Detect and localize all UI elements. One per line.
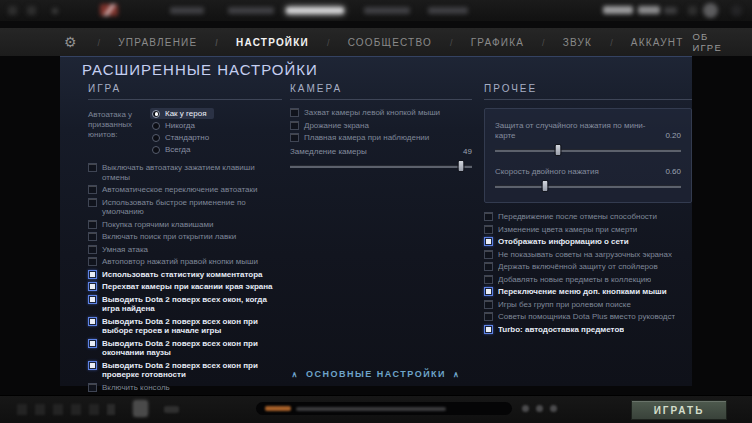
settings-tab[interactable]: НАСТРОЙКИ	[206, 37, 318, 48]
slider-thumb[interactable]	[555, 144, 562, 156]
checkbox-row[interactable]: Автоматическое переключение автоатаки	[88, 185, 282, 195]
settings-tab[interactable]: СООБЩЕСТВО	[318, 37, 441, 48]
checkbox-label: Умная атака	[102, 245, 148, 255]
checkbox-row[interactable]: Выводить Dota 2 поверх всех окон при око…	[88, 339, 282, 358]
radio-option[interactable]: Стандартно	[150, 132, 217, 143]
checkbox[interactable]	[88, 339, 97, 348]
basic-settings-toggle[interactable]: ОСНОВНЫЕ НАСТРОЙКИ	[60, 369, 692, 379]
checkbox[interactable]	[290, 121, 299, 130]
checkbox-row[interactable]: Игры без групп при ролевом поиске	[484, 300, 692, 310]
checkbox[interactable]	[484, 237, 493, 246]
checkbox-row[interactable]: Держать включённой защиту от спойлеров	[484, 262, 692, 272]
slider-track[interactable]	[495, 144, 681, 156]
radio-option[interactable]: Как у героя	[150, 108, 214, 119]
window-icon	[27, 6, 36, 15]
checkbox-row[interactable]: Переключение меню доп. кнопками мыши	[484, 287, 692, 297]
currency-badge-blurred	[638, 6, 660, 14]
section-header-game: ИГРА	[88, 83, 282, 100]
radio-option[interactable]: Всегда	[150, 144, 198, 155]
slider-setting: Скорость двойного нажатия 0.60	[495, 167, 681, 192]
checkbox-row[interactable]: Выключать автоатаку зажатием клавиши отм…	[88, 163, 282, 182]
avatar	[703, 3, 718, 18]
settings-tab[interactable]: АККАУНТ	[601, 37, 692, 48]
checkbox[interactable]	[88, 198, 97, 207]
checkbox-label: Автоматическое переключение автоатаки	[102, 185, 257, 195]
checkbox[interactable]	[484, 262, 493, 271]
checkbox[interactable]	[88, 257, 97, 266]
checkbox-row[interactable]: Не показывать советы на загрузочных экра…	[484, 250, 692, 260]
checkbox[interactable]	[88, 245, 97, 254]
misc-sliders-box: Защита от случайного нажатия по мини-кар…	[484, 108, 692, 203]
slider-track[interactable]	[290, 160, 472, 172]
checkbox[interactable]	[88, 185, 97, 194]
radio-option[interactable]: Никогда	[150, 120, 203, 131]
nav-item-active-blurred	[286, 7, 344, 14]
checkbox-row[interactable]: Выводить Dota 2 поверх всех окон при выб…	[88, 317, 282, 336]
settings-tab[interactable]: ЗВУК	[533, 37, 601, 48]
checkbox-row[interactable]: Перехват камеры при касании края экрана	[88, 282, 282, 292]
checkbox-row[interactable]: Передвижение после отмены способности	[484, 212, 692, 222]
slider-track[interactable]	[495, 180, 681, 192]
checkbox-row[interactable]: Захват камеры левой кнопкой мыши	[290, 108, 472, 118]
checkbox[interactable]	[290, 108, 299, 117]
slider-thumb[interactable]	[542, 180, 549, 192]
checkbox-label: Turbo: автодоставка предметов	[498, 325, 624, 335]
settings-tabs: УПРАВЛЕНИЕ НАСТРОЙКИ СООБЩЕСТВО ГРАФИКА …	[89, 37, 693, 48]
checkbox[interactable]	[88, 163, 97, 172]
checkbox-row[interactable]: Умная атака	[88, 245, 282, 255]
checkbox-row[interactable]: Использовать статистику комментатора	[88, 270, 282, 280]
checkbox[interactable]	[484, 275, 493, 284]
checkbox-label: Выводить Dota 2 поверх всех окон при око…	[102, 339, 282, 358]
icon-blurred	[688, 6, 697, 15]
checkbox[interactable]	[484, 250, 493, 259]
checkbox[interactable]	[88, 232, 97, 241]
checkbox-label: Включать поиск при открытии лавки	[102, 232, 236, 242]
settings-tab[interactable]: ГРАФИКА	[441, 37, 533, 48]
checkbox-label: Выключать автоатаку зажатием клавиши отм…	[102, 163, 282, 182]
checkbox[interactable]	[484, 300, 493, 309]
checkbox-label: Автоповтор нажатий правой кнопки мыши	[102, 257, 258, 267]
checkbox-row[interactable]: Автоповтор нажатий правой кнопки мыши	[88, 257, 282, 267]
checkbox[interactable]	[484, 312, 493, 321]
checkbox-row[interactable]: Использовать быстрое применение по умолч…	[88, 198, 282, 217]
section-camera: КАМЕРА Захват камеры левой кнопкой мыши …	[290, 83, 472, 172]
checkbox-label: Перехват камеры при касании края экрана	[102, 282, 273, 292]
chat-icons	[522, 405, 557, 412]
about-game-link[interactable]: ОБ ИГРЕ	[692, 31, 722, 53]
checkbox[interactable]	[484, 225, 493, 234]
checkbox-label: Плавная камера при наблюдении	[304, 133, 429, 143]
checkbox-row[interactable]: Выводить Dota 2 поверх всех окон, когда …	[88, 295, 282, 314]
checkbox[interactable]	[88, 220, 97, 229]
checkbox-row[interactable]: Включать поиск при открытии лавки	[88, 232, 282, 242]
checkbox-row[interactable]: Покупка горячими клавишами	[88, 220, 282, 230]
checkbox-row[interactable]: Изменение цвета камеры при смерти	[484, 225, 692, 235]
checkbox[interactable]	[484, 325, 493, 334]
camera-checkbox-list: Захват камеры левой кнопкой мыши Дрожани…	[290, 108, 472, 143]
play-button[interactable]: ИГРАТЬ	[631, 400, 727, 420]
autoattack-radio-group: Как у героя Никогда Стандартно	[150, 108, 282, 155]
back-arrow-icon	[52, 8, 58, 14]
slider-label: Замедление камеры	[290, 147, 367, 157]
checkbox[interactable]	[88, 383, 97, 392]
checkbox[interactable]	[484, 287, 493, 296]
taskbar-icon-blurred	[35, 404, 45, 415]
checkbox-row[interactable]: Включить консоль	[88, 383, 282, 393]
checkbox-row[interactable]: Отображать информацию о сети	[484, 237, 692, 247]
settings-tab[interactable]: УПРАВЛЕНИЕ	[89, 37, 207, 48]
checkbox[interactable]	[484, 212, 493, 221]
checkbox[interactable]	[88, 282, 97, 291]
chat-sender-blurred	[265, 406, 291, 411]
chat-strip[interactable]	[256, 402, 512, 415]
checkbox[interactable]	[88, 317, 97, 326]
checkbox[interactable]	[88, 270, 97, 279]
checkbox-row[interactable]: Turbo: автодоставка предметов	[484, 325, 692, 335]
checkbox[interactable]	[290, 133, 299, 142]
checkbox-row[interactable]: Советы помощника Dota Plus вместо руково…	[484, 312, 692, 322]
checkbox-row[interactable]: Добавлять новые предметы в коллекцию	[484, 275, 692, 285]
checkbox-row[interactable]: Дрожание экрана	[290, 121, 472, 131]
checkbox-row[interactable]: Плавная камера при наблюдении	[290, 133, 472, 143]
slider-thumb[interactable]	[458, 160, 465, 172]
chat-icon	[522, 405, 529, 412]
nav-item-blurred	[228, 7, 274, 14]
checkbox[interactable]	[88, 295, 97, 304]
